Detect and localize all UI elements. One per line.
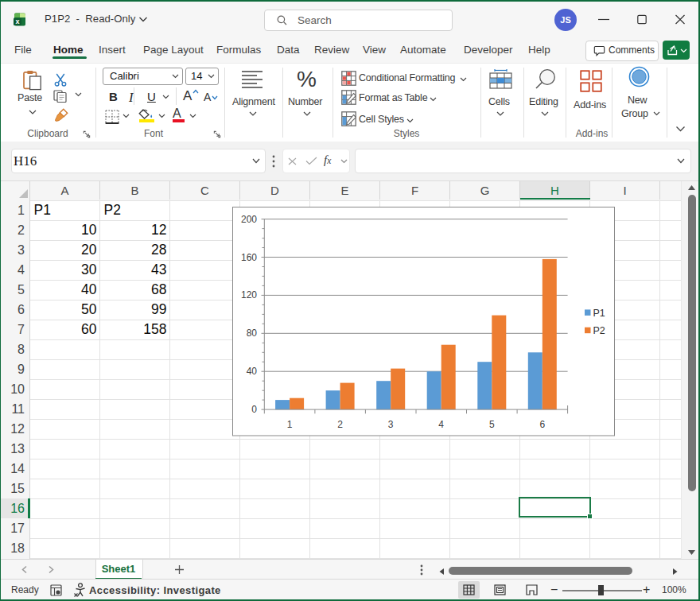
svg-text:4: 4 <box>438 419 444 430</box>
svg-text:160: 160 <box>241 252 257 263</box>
svg-text:6: 6 <box>539 419 545 430</box>
svg-text:3: 3 <box>388 419 394 430</box>
svg-text:80: 80 <box>247 328 258 339</box>
svg-text:x: x <box>15 17 19 25</box>
svg-text:40: 40 <box>247 366 258 377</box>
svg-text:1: 1 <box>287 419 293 430</box>
svg-text:P1: P1 <box>593 308 605 319</box>
svg-text:2: 2 <box>337 419 343 430</box>
svg-text:5: 5 <box>489 419 495 430</box>
svg-text:0: 0 <box>251 404 257 415</box>
svg-text:120: 120 <box>241 289 257 300</box>
svg-text:200: 200 <box>241 214 257 225</box>
svg-text:P2: P2 <box>593 325 605 336</box>
